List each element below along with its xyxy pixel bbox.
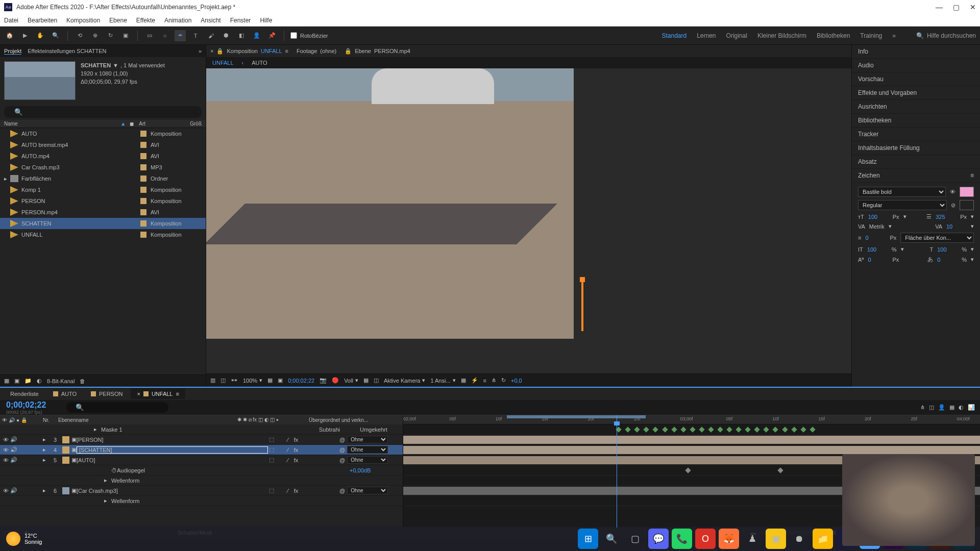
label-swatch[interactable] bbox=[140, 220, 146, 227]
resolution-dropdown[interactable]: Voll ▾ bbox=[344, 377, 358, 384]
rotate-tool-icon[interactable]: ↻ bbox=[105, 30, 116, 41]
keyframe[interactable] bbox=[708, 427, 714, 432]
explorer-icon[interactable]: 📁 bbox=[813, 529, 833, 549]
timeline-tab[interactable]: PERSON bbox=[85, 389, 129, 399]
project-item[interactable]: SCHATTEN Komposition bbox=[0, 218, 206, 229]
project-item[interactable]: AUTO Komposition bbox=[0, 128, 206, 139]
draft-3d-icon[interactable]: ◫ bbox=[929, 404, 934, 411]
mask-vertex-handle[interactable] bbox=[581, 280, 583, 331]
app-icon-2[interactable]: ▣ bbox=[766, 529, 786, 549]
lock-toggle[interactable] bbox=[27, 446, 34, 454]
workspace-kleiner[interactable]: Kleiner Bildschirm bbox=[757, 32, 806, 39]
visibility-toggle[interactable]: 👁 bbox=[2, 487, 9, 494]
expand-layer-icon[interactable]: ▸ bbox=[43, 446, 50, 453]
audio-toggle[interactable]: 🔊 bbox=[10, 436, 17, 443]
project-item-list[interactable]: AUTO Komposition AUTO bremst.mp4 AVI AUT… bbox=[0, 128, 206, 374]
brush-tool-icon[interactable]: 🖌 bbox=[205, 30, 216, 41]
keyframe[interactable] bbox=[671, 427, 677, 432]
panel-close-icon[interactable]: × bbox=[210, 48, 213, 54]
stroke-mode-select[interactable]: Fläche über Kon... bbox=[900, 233, 974, 243]
pixel-aspect-icon[interactable]: ▦ bbox=[461, 377, 466, 384]
timeline-tab[interactable]: ×UNFALL≡ bbox=[131, 389, 185, 399]
font-size-input[interactable] bbox=[868, 214, 889, 220]
col-header-label-icon[interactable]: ◼ bbox=[130, 121, 139, 127]
label-swatch[interactable] bbox=[140, 164, 146, 170]
label-swatch[interactable] bbox=[140, 153, 146, 159]
tab-komposition-label[interactable]: Komposition bbox=[227, 48, 258, 54]
audio-toggle[interactable]: 🔊 bbox=[10, 487, 17, 494]
rotobezier-checkbox[interactable] bbox=[290, 32, 297, 39]
menu-effekte[interactable]: Effekte bbox=[136, 17, 155, 24]
label-swatch[interactable] bbox=[140, 209, 146, 215]
roto-tool-icon[interactable]: 👤 bbox=[251, 30, 262, 41]
pickwhip-icon[interactable]: @ bbox=[339, 488, 345, 494]
minimize-button[interactable]: — bbox=[936, 3, 943, 11]
audio-toggle[interactable]: 🔊 bbox=[10, 446, 17, 454]
graph-editor-icon[interactable]: 📊 bbox=[968, 404, 975, 411]
close-button[interactable]: ✕ bbox=[970, 3, 976, 11]
close-tab-icon[interactable]: × bbox=[137, 391, 140, 397]
frame-blend-icon[interactable]: ▦ bbox=[949, 404, 954, 411]
playhead[interactable] bbox=[617, 415, 617, 528]
layer-label-swatch[interactable] bbox=[62, 436, 69, 443]
workspace-original[interactable]: Original bbox=[726, 32, 747, 39]
panel-info[interactable]: Info bbox=[852, 45, 980, 59]
app-icon-1[interactable]: ♟ bbox=[742, 529, 763, 549]
whatsapp-icon[interactable]: 📞 bbox=[672, 529, 692, 549]
zoom-tool-icon[interactable]: 🔍 bbox=[50, 30, 61, 41]
track-row[interactable] bbox=[403, 435, 980, 445]
panel-zeichen[interactable]: Zeichen≡ bbox=[852, 169, 980, 183]
project-item[interactable]: ▸ Farbflächen Ordner bbox=[0, 173, 206, 184]
project-item[interactable]: Komp 1 Komposition bbox=[0, 184, 206, 195]
leading-input[interactable] bbox=[936, 214, 956, 220]
clone-tool-icon[interactable]: ⬢ bbox=[220, 30, 232, 41]
timeline-tab[interactable]: Renderliste bbox=[4, 389, 45, 399]
keyframe[interactable] bbox=[717, 427, 723, 432]
visibility-toggle[interactable]: 👁 bbox=[2, 457, 9, 464]
search-help-placeholder[interactable]: Hilfe durchsuchen bbox=[927, 32, 976, 39]
timeline-timecode[interactable]: 0;00;02;22 bbox=[0, 400, 66, 410]
firefox-icon[interactable]: 🦊 bbox=[719, 529, 739, 549]
keyframe[interactable] bbox=[736, 427, 741, 432]
expand-layer-icon[interactable]: ▸ bbox=[43, 457, 50, 463]
parent-dropdown[interactable]: Ohne bbox=[347, 487, 388, 494]
track-row[interactable] bbox=[403, 445, 980, 455]
keyframe[interactable] bbox=[726, 427, 732, 432]
ellipse-tool-icon[interactable]: ○ bbox=[159, 30, 170, 41]
label-swatch[interactable] bbox=[140, 142, 146, 148]
label-swatch[interactable] bbox=[140, 198, 146, 204]
panel-vorschau[interactable]: Vorschau bbox=[852, 72, 980, 86]
layer-label-swatch[interactable] bbox=[62, 487, 69, 494]
mask-toggle-icon[interactable]: ◫ bbox=[220, 377, 226, 384]
visibility-toggle[interactable]: 👁 bbox=[2, 436, 9, 443]
exposure-value[interactable]: +0,0 bbox=[511, 378, 522, 384]
workspace-bibliotheken[interactable]: Bibliotheken bbox=[817, 32, 850, 39]
keyframe[interactable] bbox=[777, 467, 783, 473]
eyedropper-icon[interactable]: 👁 bbox=[950, 189, 955, 195]
tsume-input[interactable] bbox=[937, 257, 958, 263]
project-item[interactable]: UNFALL Komposition bbox=[0, 229, 206, 240]
menu-animation[interactable]: Animation bbox=[164, 17, 191, 24]
panel-tracker[interactable]: Tracker bbox=[852, 128, 980, 141]
viewer-timecode[interactable]: 0;00;02;22 bbox=[288, 378, 314, 384]
panel-absatz[interactable]: Absatz bbox=[852, 155, 980, 169]
views-dropdown[interactable]: 1 Ansi... ▾ bbox=[430, 377, 455, 384]
panel-ausrichten[interactable]: Ausrichten bbox=[852, 100, 980, 114]
layer-label-swatch[interactable] bbox=[62, 457, 69, 464]
breadcrumb-auto[interactable]: AUTO bbox=[252, 60, 267, 66]
fill-color-swatch[interactable] bbox=[960, 187, 974, 197]
hand-tool-icon[interactable]: ✋ bbox=[35, 30, 46, 41]
keyframe[interactable] bbox=[690, 427, 695, 432]
bpc-label[interactable]: 8-Bit-Kanal bbox=[47, 378, 75, 384]
tab-footage-label[interactable]: Footage bbox=[297, 48, 317, 54]
reset-exposure-icon[interactable]: ↻ bbox=[501, 377, 506, 384]
keyframe[interactable] bbox=[745, 427, 751, 432]
interpret-footage-icon[interactable]: ▦ bbox=[4, 378, 9, 384]
keyframe[interactable] bbox=[634, 427, 640, 432]
channels-icon[interactable]: 🔴 bbox=[332, 377, 339, 384]
col-header-name[interactable]: Name bbox=[4, 121, 120, 127]
home-tool-icon[interactable]: 🏠 bbox=[4, 30, 15, 41]
keyframe[interactable] bbox=[754, 427, 760, 432]
shy-icon[interactable]: 👤 bbox=[938, 404, 945, 411]
mask-inverted[interactable]: Umgekehrt bbox=[360, 427, 401, 433]
